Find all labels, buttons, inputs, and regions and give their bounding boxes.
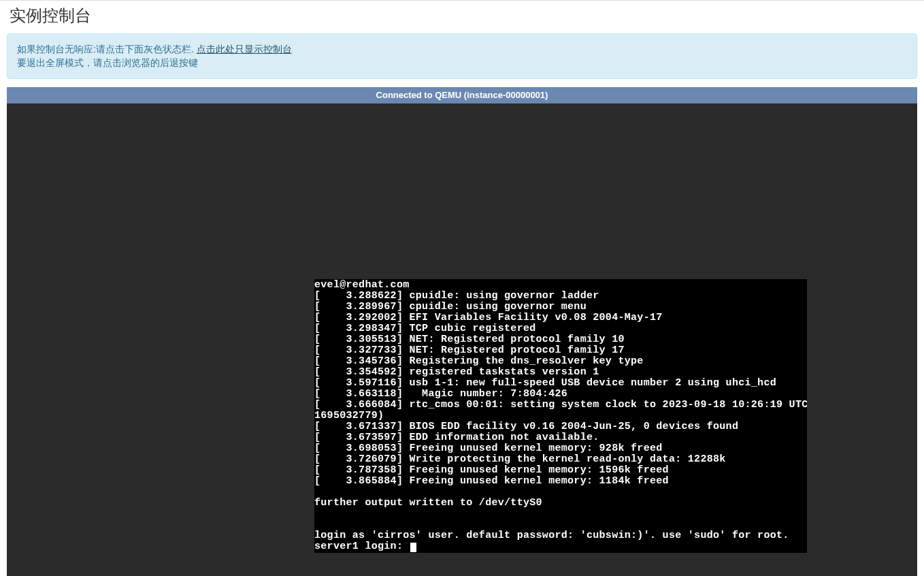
alert-line-1: 如果控制台无响应:请点击下面灰色状态栏. 点击此处只显示控制台 (17, 42, 907, 56)
show-console-only-link[interactable]: 点击此处只显示控制台 (197, 44, 292, 54)
alert-line-2: 要退出全屏模式，请点击浏览器的后退按键 (17, 56, 907, 69)
console-container: Connected to QEMU (instance-00000001) ev… (7, 87, 917, 576)
vnc-canvas-area[interactable]: evel@redhat.com [ 3.288622] cpuidle: usi… (7, 103, 917, 576)
vnc-status-bar[interactable]: Connected to QEMU (instance-00000001) (7, 87, 917, 103)
page-header: 实例控制台 (0, 1, 924, 33)
page-title: 实例控制台 (10, 5, 914, 27)
info-alert: 如果控制台无响应:请点击下面灰色状态栏. 点击此处只显示控制台 要退出全屏模式，… (7, 33, 917, 79)
alert-text-pre: 如果控制台无响应:请点击下面灰色状态栏. (17, 44, 197, 54)
terminal-output[interactable]: evel@redhat.com [ 3.288622] cpuidle: usi… (314, 279, 807, 553)
